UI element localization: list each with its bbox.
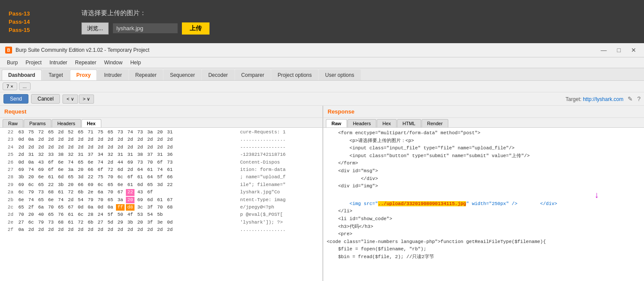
- hex-byte[interactable]: 71: [86, 129, 95, 136]
- hex-byte[interactable]: 65: [47, 212, 55, 218]
- hex-byte[interactable]: 2d: [76, 227, 85, 233]
- hex-byte[interactable]: 61: [47, 174, 55, 180]
- hex-byte[interactable]: 20: [156, 129, 164, 136]
- tab-intruder[interactable]: Intruder: [97, 69, 128, 80]
- hex-byte[interactable]: 2d: [116, 136, 125, 143]
- hex-byte[interactable]: 2d: [56, 136, 65, 143]
- sub-tab-7[interactable]: 7 ×: [3, 82, 17, 90]
- hex-byte[interactable]: 3a: [66, 167, 75, 173]
- hex-byte[interactable]: 0a: [27, 159, 35, 166]
- hex-byte[interactable]: 6f: [126, 174, 134, 180]
- hex-byte[interactable]: 20: [76, 167, 85, 173]
- hex-byte[interactable]: 6a: [96, 189, 105, 196]
- hex-byte[interactable]: 5f: [106, 212, 115, 218]
- hex-byte[interactable]: 61: [136, 174, 144, 180]
- hex-byte[interactable]: 2d: [106, 136, 115, 143]
- hex-byte[interactable]: 5d: [106, 219, 115, 226]
- resp-tab-html[interactable]: HTML: [397, 119, 421, 127]
- hex-byte[interactable]: 70: [106, 174, 115, 180]
- hex-byte[interactable]: 37: [86, 152, 95, 158]
- hex-byte[interactable]: 73: [136, 159, 144, 166]
- hex-byte[interactable]: 34: [96, 152, 105, 158]
- hex-byte[interactable]: 61: [156, 197, 164, 203]
- hex-byte[interactable]: 2d: [166, 227, 174, 233]
- hex-byte[interactable]: 69: [37, 167, 45, 173]
- hex-byte[interactable]: 2d: [56, 129, 65, 136]
- hex-byte[interactable]: 6e: [56, 159, 65, 166]
- req-tab-raw[interactable]: Raw: [3, 119, 23, 127]
- hex-byte[interactable]: ff: [116, 204, 125, 211]
- sub-tab-more[interactable]: ...: [19, 82, 31, 90]
- target-url[interactable]: http://lyshark.com: [583, 96, 623, 102]
- hex-byte[interactable]: 6d: [116, 167, 125, 173]
- menu-intruder[interactable]: Intruder: [46, 58, 71, 67]
- hex-byte[interactable]: 0d: [17, 136, 25, 143]
- hex-byte[interactable]: 6e: [86, 159, 95, 166]
- hex-byte[interactable]: 67: [66, 204, 75, 211]
- hex-byte[interactable]: 22: [126, 189, 134, 196]
- hex-byte[interactable]: 31: [166, 129, 174, 136]
- hex-byte[interactable]: 0d: [96, 204, 105, 211]
- hex-byte[interactable]: 44: [116, 159, 125, 166]
- hex-byte[interactable]: 2d: [146, 227, 154, 233]
- hex-byte[interactable]: 66: [76, 182, 85, 188]
- hex-byte[interactable]: 72: [66, 189, 75, 196]
- menu-help[interactable]: Help: [127, 58, 144, 67]
- hex-byte[interactable]: 73: [166, 159, 174, 166]
- hex-byte[interactable]: 6d: [146, 197, 154, 203]
- browse-button[interactable]: 浏览...: [81, 22, 109, 35]
- hex-byte[interactable]: 5f: [156, 174, 164, 180]
- hex-byte[interactable]: 38: [136, 152, 144, 158]
- hex-byte[interactable]: 66: [166, 174, 174, 180]
- hex-byte[interactable]: 74: [66, 159, 75, 166]
- hex-byte[interactable]: 33: [47, 152, 55, 158]
- hex-byte[interactable]: 3c: [136, 204, 144, 211]
- hex-byte[interactable]: 2d: [37, 144, 45, 151]
- hex-byte[interactable]: 65: [106, 182, 115, 188]
- hex-byte[interactable]: 2d: [146, 144, 154, 151]
- hex-byte[interactable]: 74: [27, 167, 35, 173]
- hex-byte[interactable]: 69: [86, 182, 95, 188]
- hex-byte[interactable]: 0d: [17, 159, 25, 166]
- hex-byte[interactable]: 0a: [17, 227, 25, 233]
- hex-byte[interactable]: 69: [17, 182, 25, 188]
- nav-back-button[interactable]: < ∨: [63, 95, 78, 104]
- hex-byte[interactable]: 3a: [116, 197, 125, 203]
- cancel-button[interactable]: Cancel: [31, 94, 60, 104]
- hex-byte[interactable]: 2d: [56, 144, 65, 151]
- hex-byte[interactable]: 20: [66, 182, 75, 188]
- tab-repeater[interactable]: Repeater: [129, 69, 163, 80]
- hex-byte[interactable]: 3b: [17, 174, 25, 180]
- tab-sequencer[interactable]: Sequencer: [163, 69, 201, 80]
- pass-item-13[interactable]: Pass-13: [9, 10, 30, 17]
- hex-byte[interactable]: 65: [106, 197, 115, 203]
- hex-byte[interactable]: 3d: [76, 174, 85, 180]
- hex-byte[interactable]: 2d: [86, 136, 95, 143]
- hex-byte[interactable]: 31: [126, 152, 134, 158]
- hex-byte[interactable]: 68: [166, 204, 174, 211]
- hex-byte[interactable]: 31: [156, 152, 164, 158]
- hex-byte[interactable]: 38: [56, 152, 65, 158]
- hex-byte[interactable]: 6f: [156, 159, 164, 166]
- hex-byte[interactable]: 22: [166, 182, 174, 188]
- hex-byte[interactable]: 2d: [47, 227, 55, 233]
- hex-byte[interactable]: 69: [126, 159, 134, 166]
- hex-byte[interactable]: 2d: [156, 227, 164, 233]
- hex-byte[interactable]: 2d: [126, 227, 134, 233]
- hex-byte[interactable]: 2d: [56, 227, 65, 233]
- hex-byte[interactable]: 6c: [27, 219, 35, 226]
- resp-tab-render[interactable]: Render: [422, 119, 448, 127]
- hex-byte[interactable]: 2d: [76, 136, 85, 143]
- hex-byte[interactable]: 27: [17, 219, 25, 226]
- hex-byte[interactable]: 0a: [86, 204, 95, 211]
- hex-byte[interactable]: 2d: [146, 136, 154, 143]
- hex-byte[interactable]: 2d: [96, 227, 105, 233]
- hex-byte[interactable]: 6b: [76, 189, 85, 196]
- hex-byte[interactable]: 2d: [17, 152, 25, 158]
- hex-byte[interactable]: 73: [136, 129, 144, 136]
- hex-byte[interactable]: 31: [27, 152, 35, 158]
- hex-byte[interactable]: 61: [166, 167, 174, 173]
- hex-byte[interactable]: 2d: [66, 227, 75, 233]
- tab-target[interactable]: Target: [42, 69, 69, 80]
- hex-byte[interactable]: 75: [96, 174, 105, 180]
